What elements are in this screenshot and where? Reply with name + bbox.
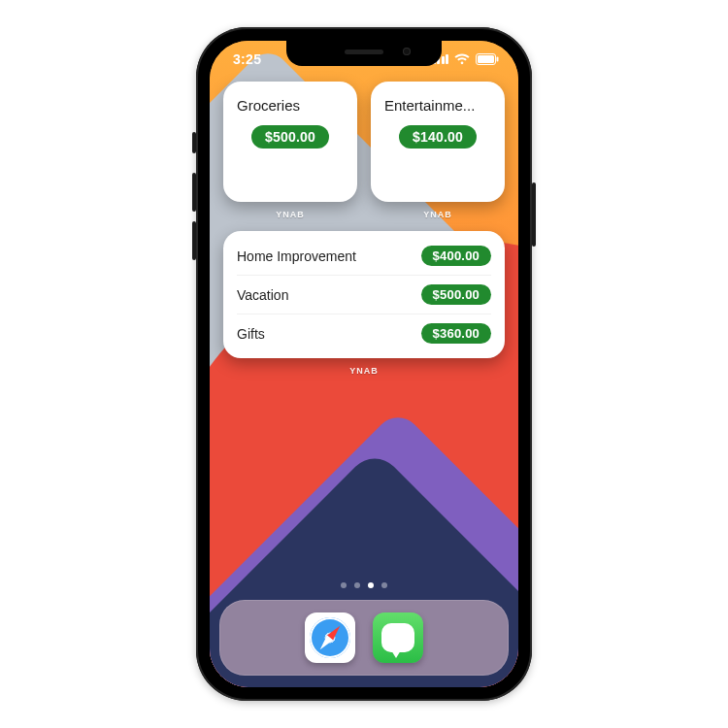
- page-indicator[interactable]: [210, 582, 518, 588]
- mute-switch[interactable]: [192, 132, 196, 153]
- svg-rect-1: [478, 55, 494, 63]
- power-button[interactable]: [532, 182, 536, 247]
- widget-caption: YNAB: [371, 210, 505, 219]
- widget-caption: YNAB: [223, 210, 357, 219]
- list-item-label: Gifts: [237, 326, 265, 342]
- widget-title: Groceries: [237, 97, 344, 114]
- volume-down-button[interactable]: [192, 221, 196, 260]
- widget-caption: YNAB: [223, 366, 505, 376]
- phone-frame: 3:25 Groceries $500.00: [196, 27, 532, 701]
- amount-badge: $360.00: [421, 323, 491, 344]
- widget-small-groceries[interactable]: Groceries $500.00: [223, 82, 357, 202]
- amount-badge: $500.00: [421, 284, 491, 305]
- list-item-label: Vacation: [237, 287, 288, 303]
- amount-badge: $140.00: [399, 125, 477, 149]
- screen: 3:25 Groceries $500.00: [210, 41, 518, 687]
- volume-up-button[interactable]: [192, 173, 196, 212]
- amount-badge: $500.00: [251, 125, 329, 149]
- list-item: Home Improvement $400.00: [237, 237, 491, 275]
- app-safari[interactable]: [305, 612, 355, 663]
- safari-icon: [310, 617, 350, 658]
- dock: [219, 600, 509, 676]
- list-item-label: Home Improvement: [237, 248, 356, 264]
- messages-icon: [381, 623, 414, 652]
- app-messages[interactable]: [373, 612, 423, 663]
- battery-icon: [476, 53, 499, 65]
- widget-title: Entertainme...: [384, 97, 491, 114]
- notch: [286, 41, 442, 66]
- widget-medium-list[interactable]: Home Improvement $400.00 Vacation $500.0…: [223, 231, 505, 358]
- list-item: Vacation $500.00: [237, 275, 491, 314]
- widget-small-entertainment[interactable]: Entertainme... $140.00: [371, 82, 505, 202]
- list-item: Gifts $360.00: [237, 314, 491, 352]
- svg-rect-2: [497, 57, 499, 62]
- wifi-icon: [454, 53, 470, 65]
- status-time: 3:25: [233, 51, 261, 67]
- amount-badge: $400.00: [421, 246, 491, 266]
